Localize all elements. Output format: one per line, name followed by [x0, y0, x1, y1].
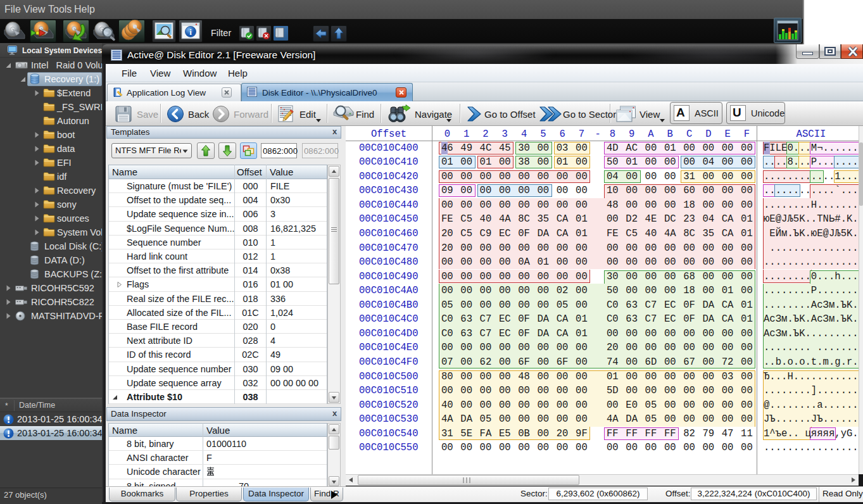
svg-text:i: i	[189, 27, 192, 37]
